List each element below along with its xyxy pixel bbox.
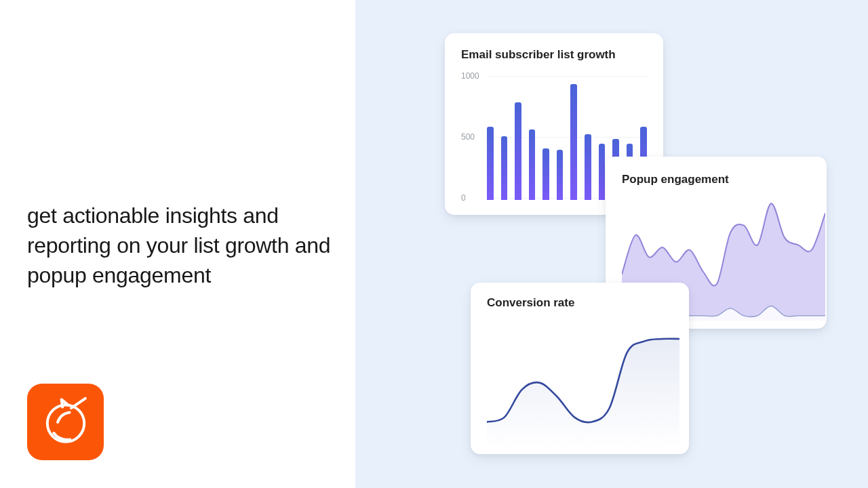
bar: [501, 136, 508, 200]
card-conversion-rate: Conversion rate: [471, 283, 689, 454]
charts-panel: Email subscriber list growth 1000 500 0 …: [355, 0, 868, 488]
bar: [542, 148, 549, 200]
svg-point-0: [47, 405, 83, 441]
bar: [585, 134, 591, 200]
card-title: Conversion rate: [487, 296, 689, 310]
bar: [570, 84, 577, 200]
bar: [557, 150, 564, 200]
bar: [599, 144, 606, 200]
ytick: 0: [461, 193, 466, 203]
card-title: Email subscriber list growth: [461, 48, 647, 62]
marketing-left-panel: get actionable insights and reporting on…: [0, 0, 355, 488]
bar: [487, 127, 494, 200]
line-chart: [487, 314, 679, 449]
card-title: Popup engagement: [622, 173, 827, 186]
unicorn-icon: [39, 395, 93, 449]
bar: [515, 102, 521, 200]
ytick: 1000: [461, 71, 479, 81]
bar: [529, 129, 536, 200]
brand-logo: [27, 384, 104, 460]
headline-text: get actionable insights and reporting on…: [27, 201, 339, 290]
ytick: 500: [461, 132, 475, 142]
